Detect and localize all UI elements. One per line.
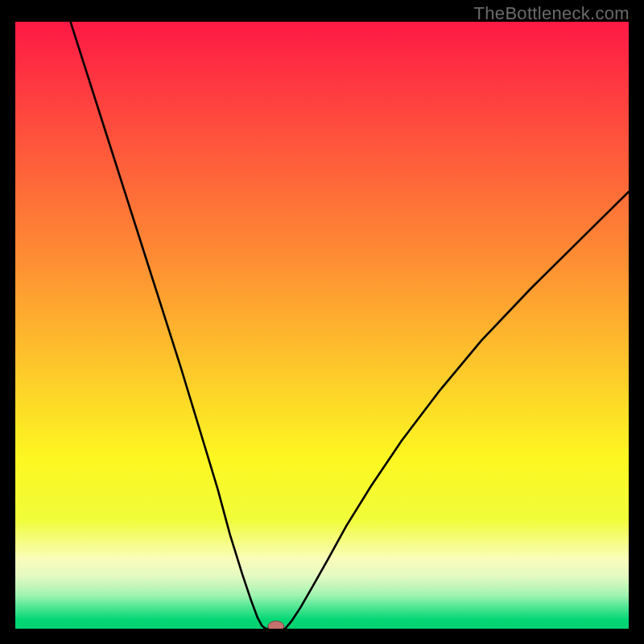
chart-svg — [15, 22, 629, 629]
plot-area — [15, 22, 629, 629]
chart-background — [15, 22, 629, 629]
chart-frame: TheBottleneck.com — [0, 0, 644, 644]
optimal-point-marker — [268, 621, 284, 629]
watermark-text: TheBottleneck.com — [474, 3, 630, 24]
